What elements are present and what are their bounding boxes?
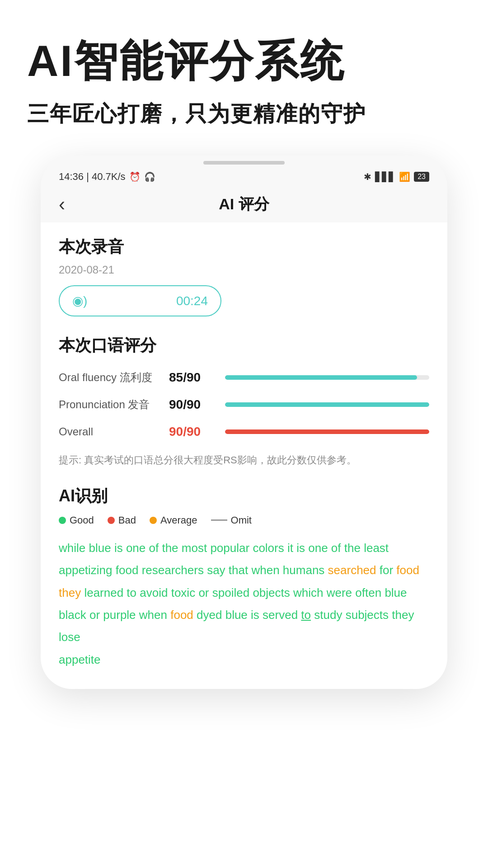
phone-mockup: 14:36 | 40.7K/s ⏰ 🎧 ✱ ▋▋▋ 📶 23 ‹ AI 评分 本… [41,156,447,689]
word-avoid: avoid [140,586,168,599]
word-spoiled: spoiled [212,586,249,599]
hint-text: 提示: 真实考试的口语总分很大程度受RS影响，故此分数仅供参考。 [59,452,429,468]
word-study: study [314,608,342,622]
word-searched: searched [328,563,376,577]
score-bar-bg-fluency [225,375,429,380]
word-food1: food [116,563,139,577]
word-they2: they [392,608,414,622]
word-when2: when [139,608,167,622]
word-they1: they [59,586,81,599]
legend-dot-bad [108,517,115,524]
bluetooth-icon: ✱ [364,171,371,182]
score-row-fluency: Oral fluency 流利度 85/90 [59,370,429,385]
score-label-fluency: Oral fluency 流利度 [59,370,158,385]
ai-section-title: AI识别 [59,485,429,507]
word-objects: objects [253,586,290,599]
word-say: say [207,563,225,577]
nav-bar: ‹ AI 评分 [41,186,447,222]
word-black: black [59,608,86,622]
score-bar-fill-pronunciation [225,402,429,407]
word-purple: purple [103,608,136,622]
audio-play-icon: ◉) [72,293,87,308]
status-right: ✱ ▋▋▋ 📶 23 [364,171,429,182]
recording-title: 本次录音 [59,236,429,258]
word-served: served [263,608,298,622]
score-label-pronunciation: Pronunciation 发音 [59,397,158,412]
word-blue1: blue [89,541,111,555]
ai-recognition-section: AI识别 Good Bad Average [59,485,429,671]
word-the1: the [162,541,178,555]
score-bar-bg-pronunciation [225,402,429,407]
word-often: often [355,586,381,599]
word-that: that [229,563,248,577]
word-were: were [327,586,352,599]
legend-row: Good Bad Average Omit [59,514,429,526]
legend-label-omit: Omit [231,514,252,526]
record-date: 2020-08-21 [59,264,429,276]
word-dyed: dyed [197,608,222,622]
word-one2: one [308,541,328,555]
signal-bars-icon: ▋▋▋ [375,171,395,182]
word-or2: or [89,608,100,622]
word-for: for [380,563,393,577]
audio-player[interactable]: ◉) 00:24 [59,285,221,316]
word-is1: is [114,541,123,555]
main-title: AI智能评分系统 [27,36,461,86]
page-wrapper: AI智能评分系统 三年匠心打磨，只为更精准的守护 14:36 | 40.7K/s… [0,0,488,868]
word-the2: the [344,541,361,555]
score-row-pronunciation: Pronunciation 发音 90/90 [59,397,429,412]
status-left: 14:36 | 40.7K/s ⏰ 🎧 [59,171,155,183]
word-humans: humans [283,563,325,577]
legend-dot-good [59,517,66,524]
word-researchers: researchers [142,563,204,577]
word-to2: to [301,608,311,622]
word-blue2: blue [385,586,407,599]
back-button[interactable]: ‹ [59,193,65,215]
phone-content: 本次录音 2020-08-21 ◉) 00:24 本次口语评分 Oral flu… [41,222,447,689]
legend-line-omit [211,519,227,521]
score-row-overall: Overall 90/90 [59,425,429,439]
recording-section: 本次录音 2020-08-21 ◉) 00:24 [59,236,429,316]
word-toxic: toxic [171,586,195,599]
word-appetizing: appetizing [59,563,113,577]
legend-good: Good [59,514,94,526]
nav-title: AI 评分 [219,194,269,215]
score-value-overall: 90/90 [169,425,214,439]
battery-badge: 23 [414,172,429,182]
legend-label-average: Average [160,514,197,526]
word-it: it [287,541,293,555]
word-appetite: appetite [59,653,101,666]
score-value-fluency: 85/90 [169,370,214,385]
word-while: while [59,541,85,555]
word-to1: to [127,586,136,599]
phone-notch [203,161,285,165]
word-when1: when [251,563,279,577]
ai-text-block: while blue is one of the most popular co… [59,537,429,671]
score-section-title: 本次口语评分 [59,335,429,357]
word-subjects: subjects [346,608,389,622]
status-time-speed: 14:36 | 40.7K/s [59,171,126,183]
score-bar-bg-overall [225,429,429,434]
sub-title: 三年匠心打磨，只为更精准的守护 [27,99,461,128]
legend-label-bad: Bad [118,514,136,526]
word-of2: of [331,541,341,555]
word-learned: learned [84,586,123,599]
word-of1: of [149,541,159,555]
score-bar-fill-fluency [225,375,417,380]
word-which: which [293,586,323,599]
word-blue3: blue [225,608,248,622]
word-or1: or [198,586,209,599]
legend-omit: Omit [211,514,252,526]
score-value-pronunciation: 90/90 [169,397,214,412]
word-one1: one [126,541,145,555]
headphone-icon: 🎧 [144,171,155,182]
audio-time: 00:24 [176,294,208,308]
legend-dot-average [150,517,157,524]
score-label-overall: Overall [59,425,158,438]
word-food3: food [170,608,193,622]
word-most: most [182,541,207,555]
score-section: 本次口语评分 Oral fluency 流利度 85/90 Pronunciat… [59,335,429,468]
word-is2: is [296,541,305,555]
alarm-icon: ⏰ [129,171,141,182]
legend-average: Average [150,514,197,526]
